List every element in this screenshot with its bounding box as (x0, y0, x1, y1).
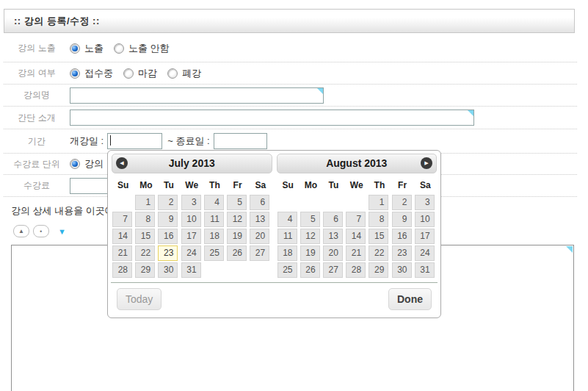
prev-month-icon[interactable]: ◀ (116, 157, 128, 169)
calendar-day[interactable]: 22 (369, 245, 388, 261)
calendar-day[interactable]: 6 (250, 195, 269, 210)
day-of-week-header: Fr (392, 178, 413, 193)
calendar-day[interactable]: 4 (277, 212, 297, 227)
calendar-day[interactable]: 24 (415, 245, 435, 261)
calendar-day[interactable]: 21 (112, 245, 132, 261)
start-date-input[interactable] (107, 133, 162, 149)
done-button[interactable]: Done (388, 288, 432, 310)
day-of-week-header: Tu (323, 178, 344, 193)
calendar-day[interactable]: 27 (250, 245, 269, 261)
radio-selected-icon[interactable] (70, 68, 80, 79)
today-button[interactable]: Today (117, 288, 161, 310)
calendar-day-today[interactable]: 23 (158, 245, 178, 261)
empty-day-cell (112, 196, 131, 210)
calendar-day[interactable]: 13 (250, 212, 269, 227)
calendar-day[interactable]: 9 (392, 212, 412, 227)
calendar-day[interactable]: 7 (346, 212, 366, 227)
calendar-day[interactable]: 28 (346, 262, 366, 278)
calendar-day[interactable]: 17 (181, 229, 201, 244)
calendar-day[interactable]: 1 (369, 195, 388, 210)
calendar-day[interactable]: 4 (204, 195, 224, 210)
radio-option[interactable]: 노출 안함 (114, 42, 170, 55)
radio-selected-icon[interactable] (70, 43, 80, 54)
calendar-day[interactable]: 11 (277, 229, 297, 244)
calendar-day[interactable]: 16 (158, 229, 178, 244)
calendar-day[interactable]: 18 (277, 245, 297, 261)
calendar-day[interactable]: 28 (112, 262, 132, 278)
radio-unselected-icon[interactable] (114, 43, 124, 54)
calendar-day[interactable]: 30 (158, 262, 178, 278)
end-date-input[interactable] (214, 133, 267, 149)
intro-input-wrap (70, 110, 474, 126)
collapse-box-button[interactable]: ▪ (33, 225, 49, 237)
calendar-day[interactable]: 26 (300, 262, 320, 278)
calendar-day[interactable]: 13 (323, 229, 343, 244)
calendar-day[interactable]: 18 (204, 229, 224, 244)
radio-option[interactable]: 노출 (70, 42, 104, 55)
radio-option[interactable]: 접수중 (70, 67, 113, 80)
calendar-day[interactable]: 3 (415, 195, 435, 210)
radio-unselected-icon[interactable] (167, 68, 178, 79)
radio-option-label: 폐강 (182, 67, 201, 80)
day-of-week-header: Sa (415, 178, 436, 193)
calendar-day[interactable]: 8 (135, 212, 155, 227)
calendar-day[interactable]: 20 (323, 245, 343, 261)
calendar-day[interactable]: 15 (135, 229, 155, 244)
calendar-day[interactable]: 16 (392, 229, 412, 244)
dropdown-arrow-icon[interactable]: ▼ (58, 227, 66, 236)
calendar-day[interactable]: 17 (415, 229, 435, 244)
radio-option[interactable]: 강의 (70, 157, 104, 171)
calendar-day[interactable]: 9 (158, 212, 178, 227)
calendar-day[interactable]: 14 (112, 229, 132, 244)
fee-unit-label: 수강료 단위 (4, 158, 70, 171)
collapse-up-button[interactable]: ▲ (13, 225, 29, 237)
calendar-day[interactable]: 2 (158, 195, 178, 210)
calendar-day[interactable]: 3 (181, 195, 201, 210)
calendar-day[interactable]: 24 (181, 245, 201, 261)
calendar-day[interactable]: 14 (346, 229, 366, 244)
calendar-day[interactable]: 22 (135, 245, 155, 261)
input-corner-marker-icon (317, 88, 323, 94)
calendar-day[interactable]: 30 (392, 262, 412, 278)
period-label: 기간 (4, 135, 70, 148)
calendar-day[interactable]: 10 (415, 212, 435, 227)
calendar-day[interactable]: 27 (323, 262, 343, 278)
form-row-intro: 간단 소개 (4, 107, 577, 129)
calendar-day[interactable]: 6 (323, 212, 343, 227)
calendar-day[interactable]: 29 (369, 262, 388, 278)
datepicker-month-group: July 2013◀SuMoTuWeThFrSa1234567891011121… (109, 152, 275, 279)
calendar-day[interactable]: 23 (392, 245, 412, 261)
calendar-day[interactable]: 31 (181, 262, 201, 278)
calendar-day[interactable]: 5 (300, 212, 320, 227)
calendar-day[interactable]: 12 (227, 212, 247, 227)
calendar-day[interactable]: 29 (135, 262, 155, 278)
calendar-day[interactable]: 2 (392, 195, 412, 210)
start-date-input-wrap (107, 133, 162, 149)
calendar-day[interactable]: 10 (181, 212, 201, 227)
calendar-day[interactable]: 25 (204, 245, 224, 261)
calendar-day[interactable]: 1 (135, 195, 155, 210)
calendar-day[interactable]: 31 (415, 262, 435, 278)
datepicker: July 2013◀SuMoTuWeThFrSa1234567891011121… (107, 150, 441, 318)
course-name-label: 강의명 (4, 89, 70, 101)
radio-selected-icon[interactable] (70, 159, 80, 169)
intro-input[interactable] (70, 110, 474, 126)
radio-option[interactable]: 폐강 (167, 67, 201, 80)
calendar-day[interactable]: 19 (227, 229, 247, 244)
calendar-day[interactable]: 15 (369, 229, 388, 244)
next-month-icon[interactable]: ▶ (421, 157, 432, 169)
calendar-day[interactable]: 5 (227, 195, 247, 210)
radio-option[interactable]: 마감 (123, 67, 157, 80)
calendar-day[interactable]: 21 (346, 245, 366, 261)
course-name-input[interactable] (70, 87, 324, 104)
calendar-day[interactable]: 7 (112, 212, 132, 227)
radio-unselected-icon[interactable] (123, 68, 134, 79)
calendar-day[interactable]: 8 (369, 212, 388, 227)
calendar-day[interactable]: 19 (300, 245, 320, 261)
detail-note-text: 강의 상세 내용을 이곳에 (11, 204, 115, 218)
calendar-day[interactable]: 25 (277, 262, 297, 278)
calendar-day[interactable]: 20 (250, 229, 269, 244)
calendar-day[interactable]: 12 (300, 229, 320, 244)
calendar-day[interactable]: 26 (227, 245, 247, 261)
calendar-day[interactable]: 11 (204, 212, 224, 227)
